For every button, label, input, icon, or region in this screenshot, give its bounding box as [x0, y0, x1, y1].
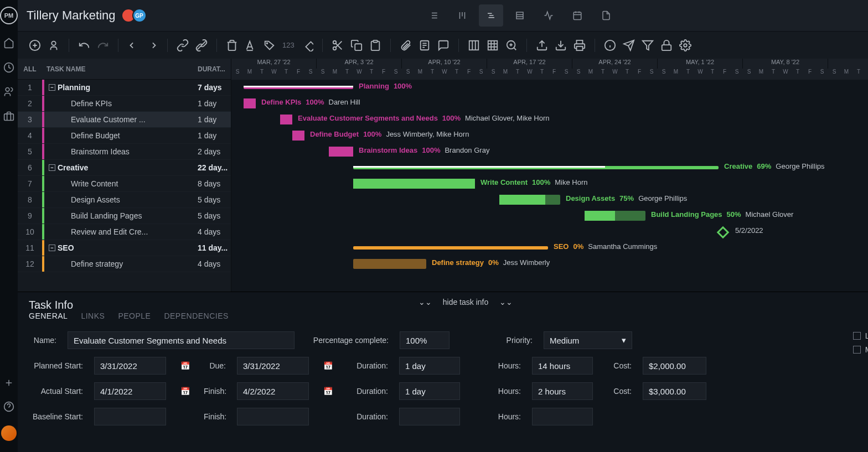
gantt-bar[interactable]: [244, 86, 353, 89]
list-view-icon[interactable]: [421, 4, 446, 27]
milestone-icon[interactable]: [717, 226, 730, 239]
tag-icon[interactable]: [264, 39, 276, 51]
task-row[interactable]: 4 Define Budget 1 day: [18, 128, 231, 144]
planned-start-input[interactable]: [94, 357, 166, 375]
gantt-bar[interactable]: [280, 115, 292, 124]
locked-checkbox[interactable]: Locked ⓘ: [853, 331, 868, 341]
gantt-view-icon[interactable]: [479, 4, 503, 27]
lock-icon[interactable]: [660, 39, 673, 51]
hide-task-info[interactable]: ⌄⌄ hide task info ⌄⌄: [418, 298, 513, 306]
calendar-icon[interactable]: 📅: [177, 383, 193, 399]
gantt-bar[interactable]: [353, 179, 475, 189]
baseline-duration-input[interactable]: [399, 408, 460, 425]
task-row[interactable]: 6 − Creative 22 day...: [18, 160, 231, 176]
task-row[interactable]: 12 Define strategy 4 days: [18, 256, 231, 272]
baseline-start-input[interactable]: [94, 408, 166, 425]
settings-icon[interactable]: [679, 39, 691, 51]
indent-icon[interactable]: [146, 39, 158, 51]
home-icon[interactable]: [3, 38, 14, 49]
info-icon[interactable]: [604, 39, 616, 51]
comment-icon[interactable]: [437, 39, 450, 51]
cut-icon[interactable]: [332, 39, 344, 51]
due-input[interactable]: [237, 357, 309, 375]
hours2-input[interactable]: [532, 382, 593, 400]
col-dur[interactable]: DURAT...: [198, 65, 231, 73]
copy-icon[interactable]: [350, 39, 363, 51]
grid-icon[interactable]: [487, 39, 499, 51]
tab-people[interactable]: PEOPLE: [118, 311, 151, 320]
collapse-icon[interactable]: −: [49, 164, 55, 171]
columns-icon[interactable]: [468, 39, 480, 51]
calendar-icon[interactable]: 📅: [320, 383, 335, 399]
paste-icon[interactable]: [369, 39, 381, 51]
font-icon[interactable]: [245, 39, 257, 51]
collapse-icon[interactable]: −: [49, 245, 55, 251]
task-name-input[interactable]: [68, 331, 294, 349]
file-view-icon[interactable]: [594, 4, 618, 27]
baseline-hours-input[interactable]: [532, 408, 593, 425]
undo-icon[interactable]: [78, 39, 90, 51]
gantt-bar[interactable]: [353, 246, 548, 250]
calendar-icon[interactable]: 📅: [320, 358, 335, 373]
duration-input[interactable]: [399, 357, 460, 375]
task-row[interactable]: 9 Build Landing Pages 5 days: [18, 208, 231, 224]
export-icon[interactable]: [536, 39, 548, 51]
cost2-input[interactable]: [643, 382, 706, 400]
cost-input[interactable]: [643, 357, 706, 375]
zoom-icon[interactable]: [505, 39, 518, 51]
tab-general[interactable]: GENERAL: [29, 311, 68, 320]
member-avatars[interactable]: GP: [125, 8, 147, 23]
gantt-bar[interactable]: [329, 147, 353, 157]
clock-icon[interactable]: [3, 62, 14, 73]
gantt-bar[interactable]: [353, 166, 719, 169]
tab-links[interactable]: LINKS: [81, 311, 105, 320]
gantt-bar[interactable]: [292, 131, 304, 141]
task-row[interactable]: 10 Review and Edit Cre... 4 days: [18, 224, 231, 240]
board-view-icon[interactable]: [450, 4, 474, 27]
task-row[interactable]: 5 Brainstorm Ideas 2 days: [18, 144, 231, 160]
import-icon[interactable]: [555, 39, 567, 51]
priority-select[interactable]: Medium▾: [544, 331, 632, 349]
finish-input[interactable]: [237, 382, 309, 400]
plus-icon[interactable]: [4, 378, 14, 388]
outdent-icon[interactable]: [127, 39, 140, 51]
col-name[interactable]: TASK NAME: [42, 65, 198, 73]
gantt-bar[interactable]: [585, 211, 645, 221]
task-row[interactable]: 1 − Planning 7 days: [18, 80, 231, 96]
filter-icon[interactable]: [642, 39, 654, 51]
milestone-checkbox[interactable]: Milestone: [853, 345, 868, 354]
task-row[interactable]: 11 − SEO 11 day...: [18, 240, 231, 256]
unlink-icon[interactable]: [195, 39, 208, 51]
gantt-bar[interactable]: [353, 259, 426, 269]
briefcase-icon[interactable]: [3, 111, 14, 122]
link-icon[interactable]: [177, 39, 189, 51]
user-avatar[interactable]: [1, 425, 17, 441]
people-icon[interactable]: [3, 86, 14, 97]
task-row[interactable]: 2 Define KPIs 1 day: [18, 96, 231, 112]
attach-icon[interactable]: [400, 39, 412, 51]
tab-dependencies[interactable]: DEPENDENCIES: [164, 311, 228, 320]
task-row[interactable]: 8 Design Assets 5 days: [18, 192, 231, 208]
gantt-bar[interactable]: [499, 195, 560, 205]
sheet-view-icon[interactable]: [508, 4, 532, 27]
duration2-input[interactable]: [399, 382, 460, 400]
print-icon[interactable]: [574, 39, 586, 51]
activity-view-icon[interactable]: [536, 4, 561, 27]
assign-icon[interactable]: [48, 39, 60, 51]
help-icon[interactable]: [3, 401, 14, 412]
actual-start-input[interactable]: [94, 382, 166, 400]
collapse-icon[interactable]: −: [49, 84, 55, 91]
pm-logo[interactable]: PM: [0, 7, 18, 24]
hours-input[interactable]: [532, 357, 593, 375]
baseline-finish-input[interactable]: [237, 408, 309, 425]
redo-icon[interactable]: [97, 39, 109, 51]
calendar-icon[interactable]: 📅: [177, 358, 193, 373]
note-icon[interactable]: [418, 39, 431, 51]
calendar-view-icon[interactable]: [565, 4, 590, 27]
trash-icon[interactable]: [226, 39, 238, 51]
add-icon[interactable]: [29, 39, 41, 51]
percent-input[interactable]: [400, 331, 450, 349]
task-row[interactable]: 7 Write Content 8 days: [18, 176, 231, 192]
send-icon[interactable]: [623, 39, 635, 51]
gantt-bar[interactable]: [244, 98, 256, 108]
